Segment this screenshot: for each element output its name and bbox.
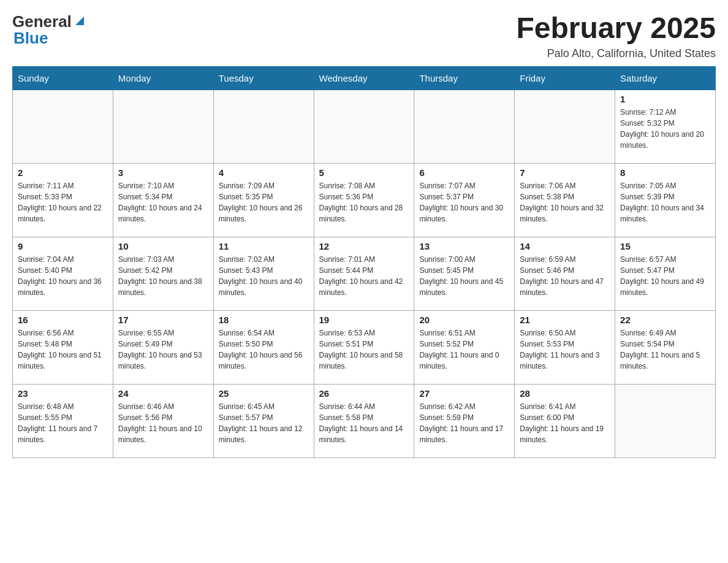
table-row: 15Sunrise: 6:57 AMSunset: 5:47 PMDayligh… bbox=[615, 237, 716, 310]
table-row bbox=[213, 90, 314, 163]
month-title: February 2025 bbox=[516, 12, 716, 45]
table-row: 25Sunrise: 6:45 AMSunset: 5:57 PMDayligh… bbox=[213, 384, 314, 458]
day-info: Sunrise: 7:08 AMSunset: 5:36 PMDaylight:… bbox=[319, 180, 409, 224]
day-info: Sunrise: 6:41 AMSunset: 6:00 PMDaylight:… bbox=[520, 401, 610, 445]
table-row: 28Sunrise: 6:41 AMSunset: 6:00 PMDayligh… bbox=[515, 384, 615, 458]
table-row: 27Sunrise: 6:42 AMSunset: 5:59 PMDayligh… bbox=[414, 384, 515, 458]
day-number: 3 bbox=[118, 167, 208, 178]
day-info: Sunrise: 6:53 AMSunset: 5:51 PMDaylight:… bbox=[319, 327, 409, 372]
table-row: 14Sunrise: 6:59 AMSunset: 5:46 PMDayligh… bbox=[515, 237, 615, 310]
calendar-week-row: 2Sunrise: 7:11 AMSunset: 5:33 PMDaylight… bbox=[13, 163, 716, 237]
table-row: 19Sunrise: 6:53 AMSunset: 5:51 PMDayligh… bbox=[314, 310, 414, 384]
day-info: Sunrise: 7:07 AMSunset: 5:37 PMDaylight:… bbox=[419, 180, 509, 224]
day-info: Sunrise: 7:02 AMSunset: 5:43 PMDaylight:… bbox=[219, 254, 309, 298]
day-number: 9 bbox=[18, 241, 108, 251]
day-info: Sunrise: 6:49 AMSunset: 5:54 PMDaylight:… bbox=[620, 327, 710, 372]
calendar-week-row: 9Sunrise: 7:04 AMSunset: 5:40 PMDaylight… bbox=[13, 237, 716, 310]
table-row: 5Sunrise: 7:08 AMSunset: 5:36 PMDaylight… bbox=[314, 163, 414, 237]
day-info: Sunrise: 6:45 AMSunset: 5:57 PMDaylight:… bbox=[219, 401, 309, 445]
day-number: 6 bbox=[419, 167, 509, 178]
day-info: Sunrise: 7:11 AMSunset: 5:33 PMDaylight:… bbox=[18, 180, 108, 224]
table-row: 18Sunrise: 6:54 AMSunset: 5:50 PMDayligh… bbox=[213, 310, 314, 384]
day-number: 12 bbox=[319, 241, 409, 251]
day-number: 13 bbox=[419, 241, 509, 251]
day-info: Sunrise: 6:56 AMSunset: 5:48 PMDaylight:… bbox=[18, 327, 108, 372]
table-row: 10Sunrise: 7:03 AMSunset: 5:42 PMDayligh… bbox=[113, 237, 213, 310]
day-info: Sunrise: 7:04 AMSunset: 5:40 PMDaylight:… bbox=[18, 254, 108, 298]
col-wednesday: Wednesday bbox=[314, 66, 414, 90]
day-info: Sunrise: 6:55 AMSunset: 5:49 PMDaylight:… bbox=[118, 327, 208, 372]
calendar-week-row: 1Sunrise: 7:12 AMSunset: 5:32 PMDaylight… bbox=[13, 90, 716, 163]
day-number: 17 bbox=[118, 315, 208, 325]
logo-blue: Blue bbox=[13, 29, 48, 48]
calendar-header-row: Sunday Monday Tuesday Wednesday Thursday… bbox=[13, 66, 716, 90]
table-row: 1Sunrise: 7:12 AMSunset: 5:32 PMDaylight… bbox=[615, 90, 716, 163]
day-number: 20 bbox=[419, 315, 509, 325]
day-info: Sunrise: 6:46 AMSunset: 5:56 PMDaylight:… bbox=[118, 401, 208, 445]
col-monday: Monday bbox=[113, 66, 213, 90]
col-saturday: Saturday bbox=[615, 66, 716, 90]
day-info: Sunrise: 7:06 AMSunset: 5:38 PMDaylight:… bbox=[520, 180, 610, 224]
table-row: 22Sunrise: 6:49 AMSunset: 5:54 PMDayligh… bbox=[615, 310, 716, 384]
day-info: Sunrise: 6:50 AMSunset: 5:53 PMDaylight:… bbox=[520, 327, 610, 372]
day-number: 10 bbox=[118, 241, 208, 251]
table-row bbox=[515, 90, 615, 163]
table-row: 7Sunrise: 7:06 AMSunset: 5:38 PMDaylight… bbox=[515, 163, 615, 237]
day-number: 24 bbox=[118, 388, 208, 399]
col-friday: Friday bbox=[515, 66, 615, 90]
day-info: Sunrise: 6:54 AMSunset: 5:50 PMDaylight:… bbox=[219, 327, 309, 372]
day-number: 11 bbox=[219, 241, 309, 251]
day-info: Sunrise: 7:01 AMSunset: 5:44 PMDaylight:… bbox=[319, 254, 409, 298]
day-number: 27 bbox=[419, 388, 509, 399]
table-row: 13Sunrise: 7:00 AMSunset: 5:45 PMDayligh… bbox=[414, 237, 515, 310]
day-number: 16 bbox=[18, 315, 108, 325]
table-row: 21Sunrise: 6:50 AMSunset: 5:53 PMDayligh… bbox=[515, 310, 615, 384]
logo: General Blue bbox=[12, 12, 86, 48]
table-row bbox=[314, 90, 414, 163]
day-info: Sunrise: 7:09 AMSunset: 5:35 PMDaylight:… bbox=[219, 180, 309, 224]
calendar-week-row: 16Sunrise: 6:56 AMSunset: 5:48 PMDayligh… bbox=[13, 310, 716, 384]
table-row bbox=[414, 90, 515, 163]
table-row: 8Sunrise: 7:05 AMSunset: 5:39 PMDaylight… bbox=[615, 163, 716, 237]
table-row bbox=[615, 384, 716, 458]
day-info: Sunrise: 6:48 AMSunset: 5:55 PMDaylight:… bbox=[18, 401, 108, 445]
day-info: Sunrise: 6:59 AMSunset: 5:46 PMDaylight:… bbox=[520, 254, 610, 298]
table-row: 23Sunrise: 6:48 AMSunset: 5:55 PMDayligh… bbox=[13, 384, 113, 458]
calendar-body: 1Sunrise: 7:12 AMSunset: 5:32 PMDaylight… bbox=[13, 90, 716, 458]
table-row: 12Sunrise: 7:01 AMSunset: 5:44 PMDayligh… bbox=[314, 237, 414, 310]
logo-triangle-icon bbox=[73, 14, 86, 28]
day-number: 25 bbox=[219, 388, 309, 399]
day-info: Sunrise: 7:12 AMSunset: 5:32 PMDaylight:… bbox=[620, 107, 710, 151]
day-info: Sunrise: 6:42 AMSunset: 5:59 PMDaylight:… bbox=[419, 401, 509, 445]
day-number: 19 bbox=[319, 315, 409, 325]
calendar-table: Sunday Monday Tuesday Wednesday Thursday… bbox=[12, 66, 716, 458]
day-number: 5 bbox=[319, 167, 409, 178]
day-info: Sunrise: 7:00 AMSunset: 5:45 PMDaylight:… bbox=[419, 254, 509, 298]
day-info: Sunrise: 6:44 AMSunset: 5:58 PMDaylight:… bbox=[319, 401, 409, 445]
day-number: 2 bbox=[18, 167, 108, 178]
day-number: 28 bbox=[520, 388, 610, 399]
day-number: 26 bbox=[319, 388, 409, 399]
day-info: Sunrise: 6:51 AMSunset: 5:52 PMDaylight:… bbox=[419, 327, 509, 372]
col-sunday: Sunday bbox=[13, 66, 113, 90]
table-row: 3Sunrise: 7:10 AMSunset: 5:34 PMDaylight… bbox=[113, 163, 213, 237]
table-row: 17Sunrise: 6:55 AMSunset: 5:49 PMDayligh… bbox=[113, 310, 213, 384]
day-number: 18 bbox=[219, 315, 309, 325]
table-row: 6Sunrise: 7:07 AMSunset: 5:37 PMDaylight… bbox=[414, 163, 515, 237]
day-number: 1 bbox=[620, 94, 710, 104]
day-info: Sunrise: 7:03 AMSunset: 5:42 PMDaylight:… bbox=[118, 254, 208, 298]
svg-marker-0 bbox=[75, 17, 84, 25]
table-row bbox=[13, 90, 113, 163]
day-number: 7 bbox=[520, 167, 610, 178]
col-thursday: Thursday bbox=[414, 66, 515, 90]
table-row: 9Sunrise: 7:04 AMSunset: 5:40 PMDaylight… bbox=[13, 237, 113, 310]
table-row: 4Sunrise: 7:09 AMSunset: 5:35 PMDaylight… bbox=[213, 163, 314, 237]
day-number: 8 bbox=[620, 167, 710, 178]
table-row: 26Sunrise: 6:44 AMSunset: 5:58 PMDayligh… bbox=[314, 384, 414, 458]
table-row: 24Sunrise: 6:46 AMSunset: 5:56 PMDayligh… bbox=[113, 384, 213, 458]
day-info: Sunrise: 6:57 AMSunset: 5:47 PMDaylight:… bbox=[620, 254, 710, 298]
day-number: 4 bbox=[219, 167, 309, 178]
day-number: 22 bbox=[620, 315, 710, 325]
day-number: 15 bbox=[620, 241, 710, 251]
day-info: Sunrise: 7:05 AMSunset: 5:39 PMDaylight:… bbox=[620, 180, 710, 224]
